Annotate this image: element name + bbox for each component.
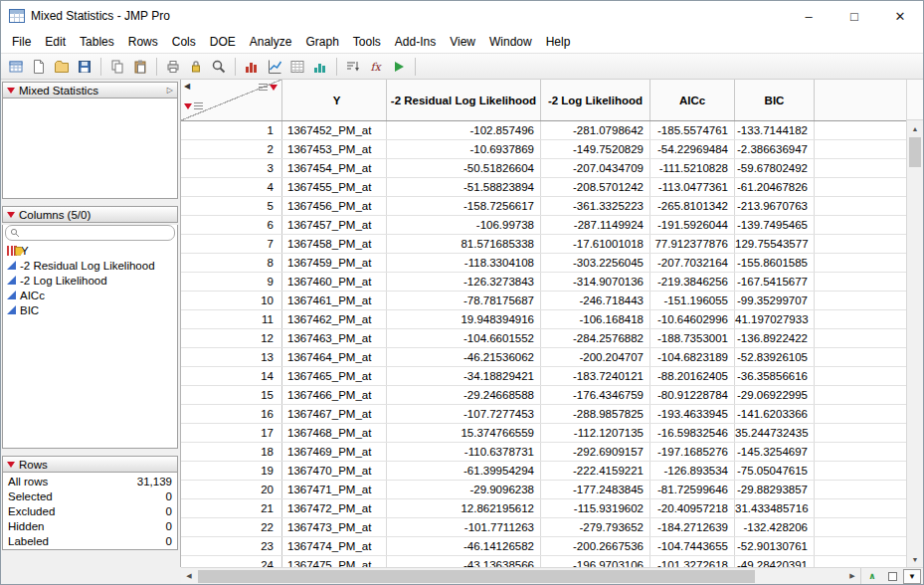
column-header-aicc[interactable]: AICc — [650, 80, 735, 120]
y-cell[interactable]: 1367458_PM_at — [282, 235, 387, 253]
y-cell[interactable]: 1367472_PM_at — [282, 499, 387, 517]
y-cell[interactable]: 1367454_PM_at — [282, 159, 387, 177]
bic-cell[interactable]: -59.67802492 — [735, 159, 815, 177]
residual-log-likelihood-cell[interactable]: -46.21536062 — [387, 348, 541, 366]
y-cell[interactable]: 1367455_PM_at — [282, 178, 387, 196]
vertical-scroll-track[interactable] — [907, 168, 923, 551]
aicc-cell[interactable]: -104.6823189 — [650, 348, 735, 366]
y-cell[interactable]: 1367469_PM_at — [282, 443, 387, 461]
row-number-cell[interactable]: 12 — [181, 329, 282, 347]
open-icon[interactable] — [51, 56, 73, 78]
column-header-bic[interactable]: BIC — [735, 80, 815, 120]
column-header-y[interactable]: Y — [282, 80, 387, 120]
y-cell[interactable]: 1367462_PM_at — [282, 310, 387, 328]
aicc-cell[interactable]: -111.5210828 — [650, 159, 735, 177]
menu-item[interactable]: View — [443, 33, 482, 51]
horizontal-scroll-thumb[interactable] — [198, 570, 755, 583]
aicc-cell[interactable]: -126.893534 — [650, 462, 735, 480]
y-cell[interactable]: 1367475_PM_at — [282, 556, 387, 567]
row-number-cell[interactable]: 14 — [181, 367, 282, 385]
row-number-cell[interactable]: 23 — [181, 537, 282, 555]
bic-cell[interactable]: -132.428206 — [735, 518, 815, 536]
bic-cell[interactable]: 31.433485716 — [735, 499, 815, 517]
log-likelihood-cell[interactable]: -222.4159221 — [541, 462, 650, 480]
menu-item[interactable]: Graph — [298, 33, 345, 51]
horizontal-scrollbar[interactable]: ◀ ▶ ∧ ▼ — [181, 567, 923, 584]
row-number-cell[interactable]: 16 — [181, 405, 282, 423]
rows-stat-row[interactable]: Excluded 0 — [3, 503, 177, 518]
y-cell[interactable]: 1367464_PM_at — [282, 348, 387, 366]
aicc-cell[interactable]: -265.8101342 — [650, 197, 735, 215]
row-number-cell[interactable]: 2 — [181, 140, 282, 158]
bic-cell[interactable]: -167.5415677 — [735, 273, 815, 291]
column-list-item[interactable]: BIC — [3, 302, 177, 317]
column-list-item[interactable]: -2 Log Likelihood — [3, 273, 177, 288]
y-cell[interactable]: 1367466_PM_at — [282, 386, 387, 404]
rows-stat-row[interactable]: Hidden 0 — [3, 518, 177, 533]
residual-log-likelihood-cell[interactable]: -118.3304108 — [387, 254, 541, 272]
residual-log-likelihood-cell[interactable]: -46.14126582 — [387, 537, 541, 555]
y-cell[interactable]: 1367456_PM_at — [282, 197, 387, 215]
new-data-table-icon[interactable] — [5, 56, 27, 78]
log-likelihood-cell[interactable]: -287.1149924 — [541, 216, 650, 234]
log-likelihood-cell[interactable]: -115.9319602 — [541, 499, 650, 517]
aicc-cell[interactable]: -104.7443655 — [650, 537, 735, 555]
y-cell[interactable]: 1367452_PM_at — [282, 121, 387, 139]
aicc-cell[interactable]: -16.59832546 — [650, 424, 735, 442]
log-likelihood-cell[interactable]: -196.9703106 — [541, 556, 650, 567]
red-triangle-icon[interactable] — [7, 212, 15, 218]
aicc-cell[interactable]: -81.72599646 — [650, 481, 735, 498]
new-journal-icon[interactable] — [28, 56, 50, 78]
aicc-cell[interactable]: -80.91228784 — [650, 386, 735, 404]
log-likelihood-cell[interactable]: -176.4346759 — [541, 386, 650, 404]
aicc-cell[interactable]: -207.7032164 — [650, 254, 735, 272]
residual-log-likelihood-cell[interactable]: 81.571685338 — [387, 235, 541, 253]
bic-cell[interactable]: -29.06922995 — [735, 386, 815, 404]
row-number-cell[interactable]: 24 — [181, 556, 282, 567]
bic-cell[interactable]: -155.8601585 — [735, 254, 815, 272]
maximize-button[interactable]: □ — [832, 1, 877, 31]
y-cell[interactable]: 1367460_PM_at — [282, 273, 387, 291]
row-number-cell[interactable]: 1 — [181, 121, 282, 139]
aicc-cell[interactable]: -185.5574761 — [650, 121, 735, 139]
menu-item[interactable]: Cols — [165, 33, 203, 51]
log-likelihood-cell[interactable]: -246.718443 — [541, 292, 650, 309]
column-list-item[interactable]: Y — [3, 243, 177, 258]
scroll-up-icon[interactable]: ▲ — [907, 120, 923, 136]
bic-cell[interactable]: -213.9670763 — [735, 197, 815, 215]
residual-log-likelihood-cell[interactable]: -102.857496 — [387, 121, 541, 139]
log-likelihood-cell[interactable]: -303.2256045 — [541, 254, 650, 272]
y-cell[interactable]: 1367463_PM_at — [282, 329, 387, 347]
bic-cell[interactable]: -75.05047615 — [735, 462, 815, 480]
log-likelihood-cell[interactable]: -112.1207135 — [541, 424, 650, 442]
bic-cell[interactable]: -52.83926105 — [735, 348, 815, 366]
aicc-cell[interactable]: -197.1685276 — [650, 443, 735, 461]
aicc-cell[interactable]: -191.5926044 — [650, 216, 735, 234]
menu-item[interactable]: Analyze — [243, 33, 299, 51]
residual-log-likelihood-cell[interactable]: -78.78175687 — [387, 292, 541, 309]
aicc-cell[interactable]: -188.7353001 — [650, 329, 735, 347]
bic-cell[interactable]: -49.28420391 — [735, 556, 815, 567]
y-cell[interactable]: 1367461_PM_at — [282, 292, 387, 309]
y-cell[interactable]: 1367453_PM_at — [282, 140, 387, 158]
aicc-cell[interactable]: 77.912377876 — [650, 235, 735, 253]
bic-cell[interactable]: -139.7495465 — [735, 216, 815, 234]
bic-cell[interactable]: -99.35299707 — [735, 292, 815, 309]
log-likelihood-cell[interactable]: -207.0434709 — [541, 159, 650, 177]
y-cell[interactable]: 1367468_PM_at — [282, 424, 387, 442]
column-header-log-likelihood[interactable]: -2 Log Likelihood — [541, 80, 650, 120]
bic-cell[interactable]: 41.197027933 — [735, 310, 815, 328]
bic-cell[interactable]: -141.6203366 — [735, 405, 815, 423]
log-likelihood-cell[interactable]: -177.2483845 — [541, 481, 650, 498]
residual-log-likelihood-cell[interactable]: 19.948394916 — [387, 310, 541, 328]
table-menu-dropdown-icon[interactable]: ▼ — [903, 569, 921, 584]
row-number-cell[interactable]: 17 — [181, 424, 282, 442]
rows-stat-row[interactable]: All rows 31,139 — [3, 474, 177, 488]
column-list-item[interactable]: AICc — [3, 288, 177, 302]
log-likelihood-cell[interactable]: -106.168418 — [541, 310, 650, 328]
rows-panel-header[interactable]: Rows — [2, 456, 178, 473]
sort-icon[interactable] — [342, 56, 364, 78]
menu-item[interactable]: Help — [539, 33, 578, 51]
bic-cell[interactable]: -136.8922422 — [735, 329, 815, 347]
red-triangle-icon[interactable] — [7, 88, 15, 94]
